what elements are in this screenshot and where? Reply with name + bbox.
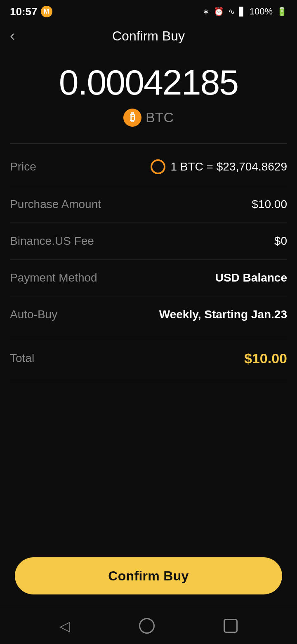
nav-recents-icon (224, 619, 238, 633)
fee-value: $0 (274, 234, 287, 248)
purchase-amount-value: $10.00 (252, 198, 287, 211)
btc-label-row: ₿ BTC (123, 109, 174, 127)
signal-icon: ▋ (239, 7, 245, 17)
battery-level: 100% (250, 6, 273, 17)
fee-label: Binance.US Fee (10, 234, 94, 248)
payment-method-value: USD Balance (215, 271, 287, 284)
nav-home-button[interactable] (139, 618, 155, 634)
header: ‹ Confirm Buy (0, 21, 297, 50)
bluetooth-icon: ∗ (203, 7, 210, 17)
price-ring-icon (151, 159, 165, 174)
page-title: Confirm Buy (112, 28, 185, 44)
details-section: Price 1 BTC = $23,704.8629 Purchase Amou… (0, 144, 297, 337)
bottom-nav: ◁ (0, 607, 297, 644)
back-button[interactable]: ‹ (10, 28, 15, 43)
spacer (0, 380, 297, 549)
btc-amount-value: 0.00042185 (59, 63, 238, 102)
status-bar: 10:57 M ∗ ⏰ ∿ ▋ 100% 🔋 (0, 0, 297, 21)
auto-buy-label: Auto-Buy (10, 308, 57, 321)
total-value: $10.00 (244, 350, 287, 367)
m-icon: M (41, 6, 52, 17)
alarm-icon: ⏰ (214, 7, 224, 17)
confirm-section: Confirm Buy (0, 549, 297, 607)
nav-back-icon: ◁ (59, 618, 70, 634)
btc-currency-label: BTC (146, 109, 174, 125)
price-value: 1 BTC = $23,704.8629 (170, 160, 287, 173)
bitcoin-icon: ₿ (123, 109, 141, 127)
price-value-row: 1 BTC = $23,704.8629 (151, 159, 287, 174)
auto-buy-value: Weekly, Starting Jan.23 (159, 308, 287, 321)
wifi-icon: ∿ (228, 7, 235, 17)
status-icons: ∗ ⏰ ∿ ▋ 100% 🔋 (203, 6, 287, 17)
price-label: Price (10, 160, 36, 173)
auto-buy-row: Auto-Buy Weekly, Starting Jan.23 (10, 296, 287, 333)
fee-row: Binance.US Fee $0 (10, 223, 287, 260)
purchase-amount-row: Purchase Amount $10.00 (10, 186, 287, 223)
payment-method-row: Payment Method USD Balance (10, 260, 287, 296)
purchase-amount-label: Purchase Amount (10, 198, 101, 211)
payment-method-label: Payment Method (10, 271, 97, 284)
nav-home-icon (139, 618, 155, 634)
price-row: Price 1 BTC = $23,704.8629 (10, 148, 287, 186)
total-label: Total (10, 352, 34, 365)
nav-recents-button[interactable] (224, 619, 238, 633)
amount-section: 0.00042185 ₿ BTC (0, 50, 297, 143)
total-row: Total $10.00 (10, 337, 287, 380)
battery-icon: 🔋 (277, 7, 287, 17)
confirm-buy-button[interactable]: Confirm Buy (15, 557, 282, 594)
nav-back-button[interactable]: ◁ (59, 618, 70, 634)
total-section: Total $10.00 (0, 337, 297, 380)
status-time: 10:57 (10, 5, 38, 18)
